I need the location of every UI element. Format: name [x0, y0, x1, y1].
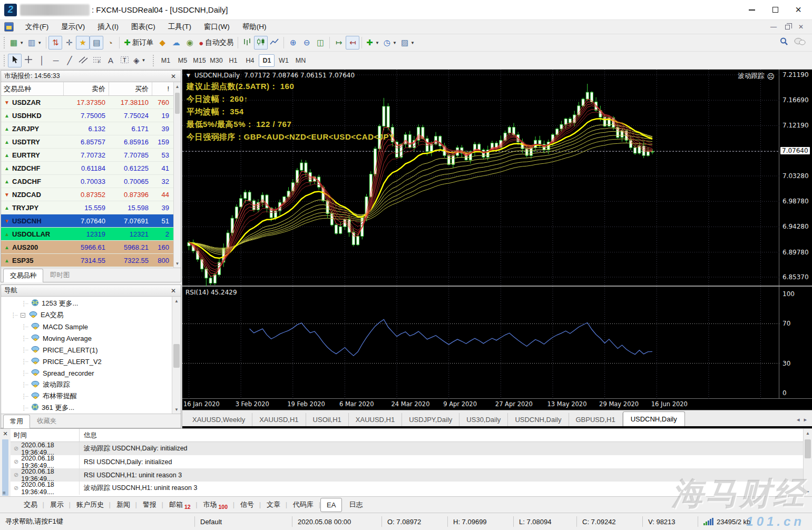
- navigator-tab-常用[interactable]: 常用: [3, 415, 30, 428]
- navigator-item-EA交易[interactable]: ┆┈−EA交易: [1, 309, 172, 321]
- menu-帮助(H)[interactable]: 帮助(H): [236, 20, 273, 34]
- market-watch-row-ZARJPY[interactable]: ▲ZARJPY6.1326.17139: [1, 122, 173, 135]
- templates-button[interactable]: ▨▼: [399, 36, 417, 50]
- timeframe-D1[interactable]: D1: [259, 54, 275, 67]
- chart-tab-6-USDCNH,Daily[interactable]: USDCNH,Daily: [508, 413, 569, 426]
- terminal-tab-邮箱[interactable]: 邮箱 12|: [163, 497, 197, 513]
- timeframe-M5[interactable]: M5: [174, 54, 190, 67]
- news-button[interactable]: ◉: [183, 36, 197, 50]
- close-button[interactable]: ×: [787, 2, 810, 18]
- menu-显示(V)[interactable]: 显示(V): [55, 20, 91, 34]
- status-profile[interactable]: Default: [195, 516, 292, 527]
- timeframe-H1[interactable]: H1: [225, 54, 241, 67]
- timeframe-H4[interactable]: H4: [242, 54, 258, 67]
- chart-tab-4-USDJPY,Daily[interactable]: USDJPY,Daily: [402, 413, 459, 426]
- price-scale[interactable]: 7.211907.166907.121907.032806.987806.942…: [779, 70, 811, 286]
- market-watch-button[interactable]: ⇅: [48, 36, 62, 50]
- candlestick-plot[interactable]: [182, 70, 779, 287]
- bar-chart-button[interactable]: [240, 36, 254, 50]
- trend-line-button[interactable]: ╱: [63, 54, 76, 67]
- dropdown-caret-icon[interactable]: ▼: [410, 41, 415, 45]
- new-chart-button[interactable]: ▦▼: [8, 36, 26, 50]
- market-watch-row-NZDCAD[interactable]: ▼NZDCAD0.873520.8739644: [1, 188, 173, 201]
- navigator-item-MACD Sample[interactable]: ┆┈MACD Sample: [1, 321, 172, 332]
- rsi-plot[interactable]: [182, 287, 779, 399]
- auto-scroll-button[interactable]: ↤: [346, 36, 359, 50]
- terminal-scrollbar[interactable]: ▲ ▼: [803, 429, 812, 496]
- timeframe-M15[interactable]: M15: [191, 54, 207, 67]
- line-chart-button[interactable]: [268, 36, 281, 50]
- terminal-tab-新闻[interactable]: 新闻|: [111, 497, 136, 512]
- column-header-3[interactable]: !: [152, 82, 173, 95]
- terminal-tab-展示[interactable]: 展示|: [44, 497, 70, 512]
- indicators-list-button[interactable]: ✚▼: [364, 36, 381, 50]
- navigator-scrollbar[interactable]: ▲ ▼: [172, 297, 181, 414]
- metaeditor-button[interactable]: ◆: [155, 36, 169, 50]
- vertical-line-button[interactable]: │: [35, 54, 49, 67]
- log-row-0[interactable]: ⊘2020.06.18 19:36:49....波动跟踪 USDCNH,Dail…: [11, 442, 803, 455]
- column-header-2[interactable]: 买价: [109, 82, 152, 95]
- terminal-tab-代码库[interactable]: 代码库|: [287, 497, 319, 512]
- chart-shift-button[interactable]: ↦: [332, 36, 346, 50]
- minimize-button[interactable]: [740, 2, 764, 18]
- timeframe-M30[interactable]: M30: [208, 54, 224, 67]
- new-order-button[interactable]: ✚新订单: [122, 36, 155, 50]
- scroll-down-icon[interactable]: ▼: [804, 488, 812, 496]
- timeframe-W1[interactable]: W1: [276, 54, 291, 67]
- log-row-1[interactable]: ⊘2020.06.18 19:36:49....RSI USDCNH,Daily…: [11, 455, 803, 468]
- terminal-tab-信号[interactable]: 信号|: [234, 497, 260, 512]
- main-chart[interactable]: ▼ USDCNH,Daily 7.07172 7.08746 7.06151 7…: [182, 70, 812, 287]
- time-axis[interactable]: 16 Jan 20203 Feb 202019 Feb 20206 Mar 20…: [182, 399, 812, 410]
- menu-窗口(W)[interactable]: 窗口(W): [198, 20, 236, 34]
- market-watch-row-AUS200[interactable]: ▲AUS2005966.615968.21160: [1, 241, 173, 254]
- terminal-button[interactable]: ▤: [90, 36, 103, 50]
- tabs-scroll-left-icon[interactable]: ◂: [797, 416, 800, 423]
- chart-tab-7-GBPUSD,H1[interactable]: GBPUSD,H1: [569, 413, 623, 426]
- menu-文件(F)[interactable]: 文件(F): [19, 20, 55, 34]
- equidistant-channel-button[interactable]: [76, 54, 90, 67]
- dropdown-caret-icon[interactable]: ▼: [375, 41, 379, 45]
- chart-close-button[interactable]: ✕: [795, 22, 807, 32]
- dropdown-caret-icon[interactable]: ▼: [142, 58, 146, 63]
- market-watch-row-CADCHF[interactable]: ▲CADCHF0.700330.7006532: [1, 175, 173, 188]
- terminal-tab-EA[interactable]: EA: [320, 498, 342, 512]
- strategy-tester-button[interactable]: ◔: [103, 36, 117, 50]
- tabs-scroll-right-icon[interactable]: ▸: [804, 416, 807, 423]
- market-watch-row-USDZAR[interactable]: ▼USDZAR17.3735017.38110760: [1, 96, 173, 109]
- navigator-item-PRICE_ALERT_V2[interactable]: ┆┈PRICE_ALERT_V2: [1, 356, 172, 367]
- market-watch-row-USDTRY[interactable]: ▲USDTRY6.857576.85916159: [1, 135, 173, 149]
- chart-tab-8-USDCNH,Daily[interactable]: USDCNH,Daily: [623, 411, 685, 426]
- text-button[interactable]: A: [104, 54, 118, 67]
- timeframe-M1[interactable]: M1: [158, 54, 173, 67]
- dropdown-caret-icon[interactable]: ▼: [393, 41, 397, 45]
- chart-tab-5-US30,Daily[interactable]: US30,Daily: [459, 413, 508, 426]
- terminal-tab-文章[interactable]: 文章|: [261, 497, 286, 512]
- chart-profiles-button[interactable]: ▥▼: [26, 36, 44, 50]
- scroll-up-icon[interactable]: ▲: [174, 82, 181, 91]
- chart-tab-0-XAUUSD,Weekly[interactable]: XAUUSD,Weekly: [185, 413, 252, 426]
- scroll-down-icon[interactable]: ▼: [174, 259, 181, 268]
- cursor-button[interactable]: [8, 54, 22, 67]
- chart-minimize-button[interactable]: —: [768, 22, 779, 32]
- arrows-button[interactable]: ◈▼: [131, 54, 148, 67]
- market-watch-row-NZDCHF[interactable]: ▲NZDCHF0.611840.6122541: [1, 162, 173, 175]
- navigator-item-PRICE_ALERT(1)[interactable]: ┆┈PRICE_ALERT(1): [1, 344, 172, 356]
- market-watch-tab-交易品种[interactable]: 交易品种: [3, 269, 43, 282]
- scroll-up-icon[interactable]: ▲: [172, 297, 181, 305]
- navigator-item-Moving Average[interactable]: ┆┈Moving Average: [1, 332, 172, 344]
- periods-button[interactable]: ◷▼: [381, 36, 399, 50]
- dropdown-caret-icon[interactable]: ▼: [19, 41, 24, 45]
- zoom-out-button[interactable]: ⊖: [300, 36, 314, 50]
- column-header-1[interactable]: 卖价: [63, 82, 109, 95]
- navigator-item-布林带提醒[interactable]: ┆┈布林带提醒: [1, 390, 172, 402]
- chart-tab-1-XAUUSD,H1[interactable]: XAUUSD,H1: [252, 413, 306, 426]
- dropdown-caret-icon[interactable]: ▼: [37, 41, 42, 45]
- market-watch-row-USDHKD[interactable]: ▲USDHKD7.750057.7502419: [1, 109, 173, 122]
- navigator-button[interactable]: ★: [76, 36, 90, 50]
- chart-restore-button[interactable]: [781, 22, 793, 32]
- candlestick-chart-button[interactable]: [254, 36, 268, 50]
- navigator-item-波动跟踪[interactable]: ┆┈波动跟踪: [1, 379, 172, 390]
- menu-插入(I)[interactable]: 插入(I): [91, 20, 125, 34]
- market-watch-close-icon[interactable]: ✕: [169, 73, 178, 80]
- market-watch-row-TRYJPY[interactable]: ▲TRYJPY15.55915.59839: [1, 201, 173, 214]
